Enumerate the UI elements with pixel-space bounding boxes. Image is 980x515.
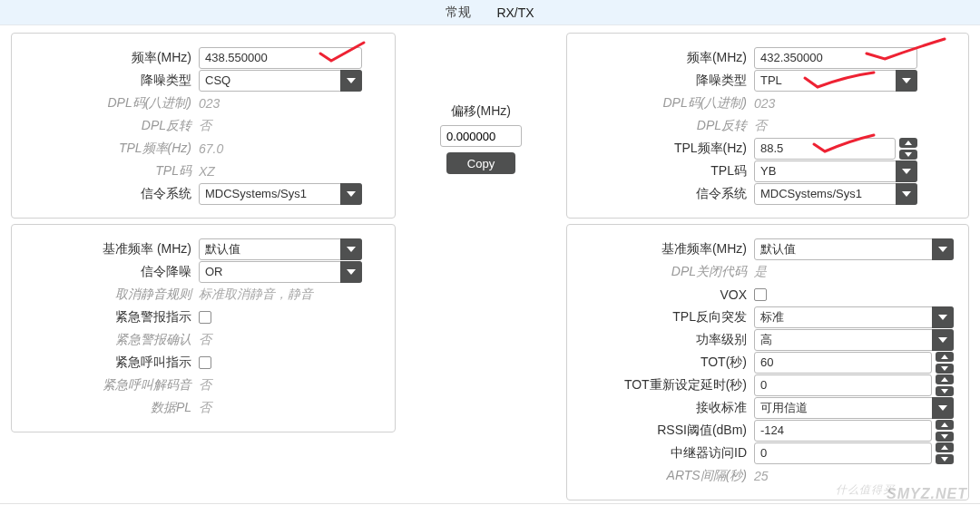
offset-input[interactable] <box>440 125 522 147</box>
tx-freq-label: 频率(MHz) <box>576 50 749 66</box>
rx-tpl-freq-value: 67.0 <box>199 141 223 156</box>
rx-panel: 频率(MHz) 降噪类型 DPL码(八进制)023 DPL反转否 TPL频率(H… <box>11 33 396 219</box>
spin-down-icon[interactable] <box>936 386 954 396</box>
tx-panel-2: 基准频率(MHz) DPL关闭代码是 VOX TPL反向突发 功率级别 TOT(… <box>566 224 969 500</box>
rx-freq-input[interactable] <box>199 47 362 69</box>
chevron-down-icon[interactable] <box>932 306 954 328</box>
spin-down-icon[interactable] <box>936 364 954 374</box>
rx-sig-sq-label: 信令降噪 <box>21 264 193 280</box>
rx-sq-select[interactable] <box>199 70 362 92</box>
spin-down-icon[interactable] <box>899 150 917 160</box>
watermark: 什么值得买 SMYZ.NET <box>887 486 967 502</box>
chevron-down-icon[interactable] <box>896 70 917 92</box>
rx-call-ind-label: 紧急呼叫指示 <box>21 355 193 371</box>
rx-data-pl-value: 否 <box>199 400 211 416</box>
spin-down-icon[interactable] <box>936 454 954 464</box>
rx-data-pl-label: 数据PL <box>21 400 193 416</box>
spin-up-icon[interactable] <box>899 138 917 148</box>
chevron-down-icon[interactable] <box>340 238 362 260</box>
chevron-down-icon[interactable] <box>340 70 362 92</box>
tx-signal-select[interactable] <box>754 183 917 205</box>
spin-down-icon[interactable] <box>936 432 954 442</box>
rx-alarm-ack-value: 否 <box>199 332 211 348</box>
rx-sig-sq-select[interactable] <box>199 261 362 283</box>
tx-rx-std-label: 接收标准 <box>576 400 749 416</box>
rx-unmute-label: 取消静音规则 <box>21 287 193 303</box>
tx-signal-label: 信令系统 <box>576 186 749 202</box>
rx-alarm-ind-checkbox[interactable] <box>199 311 211 324</box>
chevron-down-icon[interactable] <box>896 183 917 205</box>
tx-tot-reset-input[interactable] <box>754 374 932 396</box>
tx-arts-label: ARTS间隔(秒) <box>576 468 749 484</box>
spin-up-icon[interactable] <box>936 442 954 452</box>
chevron-down-icon[interactable] <box>932 397 954 419</box>
tx-tot-reset-label: TOT重新设定延时(秒) <box>576 377 749 394</box>
tx-base-freq-select[interactable] <box>754 238 954 260</box>
tab-general[interactable]: 常规 <box>446 5 471 21</box>
tx-power-label: 功率级别 <box>576 332 749 348</box>
rx-dpl-inv-value: 否 <box>199 118 211 134</box>
chevron-down-icon[interactable] <box>932 238 954 260</box>
tab-bar: 常规 RX/TX <box>0 0 980 25</box>
tx-freq-input[interactable] <box>754 47 917 69</box>
chevron-down-icon[interactable] <box>896 160 917 182</box>
rx-call-dec-label: 紧急呼叫解码音 <box>21 377 193 394</box>
rx-panel-2: 基准频率 (MHz) 信令降噪 取消静音规则标准取消静音，静音 紧急警报指示 紧… <box>11 224 396 432</box>
tx-panel: 频率(MHz) 降噪类型 DPL码(八进制)023 DPL反转否 TPL频率(H… <box>566 33 969 219</box>
rx-alarm-ind-label: 紧急警报指示 <box>21 309 193 326</box>
tx-tpl-freq-label: TPL频率(Hz) <box>576 141 749 157</box>
chevron-down-icon[interactable] <box>340 261 362 283</box>
rx-dpl-code-label: DPL码(八进制) <box>21 95 193 112</box>
copy-button[interactable]: Copy <box>446 152 515 174</box>
tx-rssi-label: RSSI阈值(dBm) <box>576 423 749 439</box>
rx-base-freq-label: 基准频率 (MHz) <box>21 241 193 258</box>
tab-rxtx[interactable]: RX/TX <box>496 5 534 20</box>
spin-up-icon[interactable] <box>936 352 954 362</box>
tx-arts-value: 25 <box>754 469 769 483</box>
rx-unmute-value: 标准取消静音，静音 <box>199 287 313 303</box>
tx-tot-label: TOT(秒) <box>576 355 749 371</box>
tx-power-select[interactable] <box>754 329 954 351</box>
footer-divider <box>0 503 980 504</box>
tx-tpl-code-label: TPL码 <box>576 163 749 180</box>
rx-dpl-code-value: 023 <box>199 96 220 111</box>
tx-dpl-close-label: DPL关闭代码 <box>576 264 749 280</box>
rx-tpl-freq-label: TPL频率(Hz) <box>21 141 193 157</box>
rx-tpl-code-value: XZ <box>199 164 215 179</box>
tx-tpl-rev-label: TPL反向突发 <box>576 309 749 326</box>
rx-dpl-inv-label: DPL反转 <box>21 118 193 134</box>
tx-base-freq-label: 基准频率(MHz) <box>576 241 749 258</box>
tx-rep-id-label: 中继器访问ID <box>576 445 749 462</box>
tx-tpl-freq-input[interactable] <box>754 138 896 160</box>
rx-tpl-code-label: TPL码 <box>21 163 193 180</box>
tx-dpl-inv-value: 否 <box>754 118 767 134</box>
tx-tpl-rev-select[interactable] <box>754 306 954 328</box>
rx-signal-select[interactable] <box>199 183 362 205</box>
tx-rep-id-input[interactable] <box>754 442 932 464</box>
tx-dpl-close-value: 是 <box>754 264 767 280</box>
tx-dpl-code-value: 023 <box>754 96 775 111</box>
rx-call-dec-value: 否 <box>199 377 211 394</box>
tx-sq-label: 降噪类型 <box>576 73 749 89</box>
tx-vox-checkbox[interactable] <box>754 288 767 301</box>
tx-tot-input[interactable] <box>754 352 932 374</box>
offset-label: 偏移(MHz) <box>451 103 511 120</box>
rx-call-ind-checkbox[interactable] <box>199 356 211 369</box>
rx-signal-label: 信令系统 <box>21 186 193 202</box>
tx-sq-select[interactable] <box>754 70 917 92</box>
rx-sq-label: 降噪类型 <box>21 73 193 89</box>
tx-rx-std-select[interactable] <box>754 397 954 419</box>
center-panel: 偏移(MHz) Copy <box>408 33 554 174</box>
tx-dpl-inv-label: DPL反转 <box>576 118 749 134</box>
chevron-down-icon[interactable] <box>340 183 362 205</box>
rx-freq-label: 频率(MHz) <box>21 50 193 66</box>
rx-base-freq-select[interactable] <box>199 238 362 260</box>
tx-dpl-code-label: DPL码(八进制) <box>576 95 749 112</box>
spin-up-icon[interactable] <box>936 420 954 430</box>
rx-alarm-ack-label: 紧急警报确认 <box>21 332 193 348</box>
tx-vox-label: VOX <box>576 287 749 302</box>
tx-tpl-code-select[interactable] <box>754 160 917 182</box>
spin-up-icon[interactable] <box>936 374 954 384</box>
chevron-down-icon[interactable] <box>932 329 954 351</box>
tx-rssi-input[interactable] <box>754 420 932 442</box>
